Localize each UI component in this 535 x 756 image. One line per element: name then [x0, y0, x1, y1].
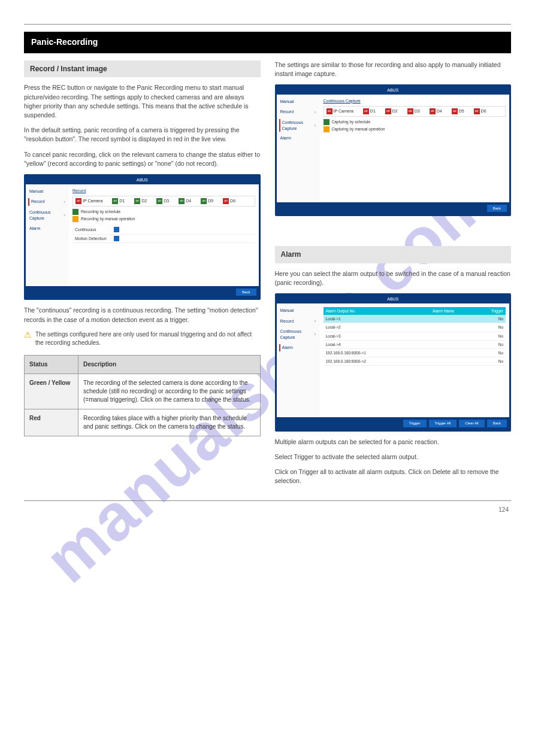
screenshot-titlebar: ABUS: [26, 176, 259, 184]
chevron-right-icon: ›: [64, 199, 65, 205]
legend: Recording by schedule Recording by manua…: [72, 209, 255, 222]
sidebar-item-record[interactable]: Record›: [279, 108, 318, 116]
back-button[interactable]: Back: [487, 205, 507, 212]
alarm-table-row[interactable]: 192.168.0.180:8000->2No: [324, 357, 506, 365]
camera-row: onIP Camera onD1 onD2 onD3 onD4 onD5 onD…: [72, 196, 255, 207]
alarm-table-row[interactable]: Local->1No: [324, 315, 506, 323]
warning-icon: ⚠: [24, 330, 32, 339]
sidebar-item-record[interactable]: Record›: [279, 317, 318, 325]
camera-d3[interactable]: onD3: [156, 198, 169, 204]
alarm-table-row[interactable]: Local->2No: [324, 323, 506, 332]
screenshot-alarm: ABUS Manual Record› Continuous Capture› …: [275, 293, 512, 431]
panel-title: Record: [72, 188, 255, 194]
alarm-table: Alarm Output No. Alarm Name Trigger Loca…: [324, 307, 506, 366]
th-output-no: Alarm Output No.: [324, 307, 416, 315]
chevron-right-icon: ›: [315, 331, 316, 338]
table-cell-desc: Recording takes place with a higher prio…: [78, 409, 261, 436]
camera-row: onIP Camera onD1 onD2 onD3 onD4 onD5 onD…: [324, 106, 506, 117]
back-button[interactable]: Back: [236, 289, 256, 296]
status-square-icon: on: [474, 108, 480, 114]
status-square-icon: on: [201, 198, 207, 204]
paragraph: Click on Trigger all to activate all ala…: [275, 467, 512, 485]
left-column: Record / Instant image Press the REC but…: [24, 60, 261, 486]
table-row: Green / Yellow The recording of the sele…: [25, 374, 261, 409]
sidebar-item-alarm[interactable]: Alarm: [279, 344, 318, 351]
sidebar-item-manual[interactable]: Manual: [279, 98, 318, 105]
screenshot-sidebar: Manual Record› Continuous Capture› Alarm: [277, 303, 320, 417]
screenshot-footer: Back: [277, 202, 510, 214]
checkbox-icon[interactable]: [114, 236, 119, 241]
sidebar-item-continuous-capture[interactable]: Continuous Capture›: [279, 119, 318, 132]
screenshot-sidebar: Manual Record› Continuous Capture› Alarm: [277, 95, 320, 202]
sidebar-item-manual[interactable]: Manual: [28, 188, 67, 195]
panel-title: Continuous Capture: [324, 98, 506, 104]
camera-d5[interactable]: onD5: [201, 198, 213, 204]
paragraph: Press the REC button or navigate to the …: [24, 83, 261, 120]
bottom-rule: [24, 500, 511, 501]
table-cell-label: Green / Yellow: [25, 374, 78, 409]
screenshot-titlebar: ABUS: [277, 86, 510, 95]
screenshot-titlebar: ABUS: [277, 295, 510, 303]
camera-d6[interactable]: onD6: [223, 198, 235, 204]
camera-d1[interactable]: onD1: [363, 108, 376, 114]
camera-d2[interactable]: onD2: [385, 108, 398, 114]
checkbox-icon[interactable]: [114, 227, 119, 232]
paragraph: In the default setting, panic recording …: [24, 126, 261, 144]
legend-square-icon: [72, 216, 78, 222]
camera-d6[interactable]: onD6: [474, 108, 486, 114]
table-header-description: Description: [78, 355, 261, 374]
camera-d1[interactable]: onD1: [112, 198, 125, 204]
warning-note: ⚠ The settings configured here are only …: [24, 330, 261, 348]
alarm-table-row[interactable]: Local->4No: [324, 340, 506, 348]
status-square-icon: on: [179, 198, 185, 204]
status-table: Status Description Green / Yellow The re…: [24, 355, 261, 436]
option-rows: Continuous Motion Detection: [72, 226, 255, 244]
camera-header[interactable]: onIP Camera: [327, 108, 353, 114]
status-square-icon: on: [407, 108, 413, 114]
status-square-icon: on: [223, 198, 229, 204]
alarm-table-row[interactable]: Local->3No: [324, 332, 506, 340]
screenshot-continuous-capture: ABUS Manual Record› Continuous Capture› …: [275, 84, 512, 216]
option-row-continuous[interactable]: Continuous: [72, 226, 255, 235]
chevron-right-icon: ›: [315, 109, 316, 116]
status-square-icon: on: [134, 198, 140, 204]
status-square-icon: on: [363, 108, 369, 114]
option-row-motion[interactable]: Motion Detection: [72, 235, 255, 244]
paragraph: Multiple alarm outputs can be selected f…: [275, 438, 512, 447]
legend-square-icon: [324, 126, 330, 132]
status-square-icon: on: [430, 108, 436, 114]
sidebar-item-continuous-capture[interactable]: Continuous Capture›: [279, 328, 318, 341]
camera-d3[interactable]: onD3: [407, 108, 420, 114]
page-number: 124: [24, 506, 511, 514]
status-square-icon: on: [385, 108, 391, 114]
camera-d2[interactable]: onD2: [134, 198, 147, 204]
trigger-button[interactable]: Trigger: [403, 420, 427, 427]
section-header: Panic-Recording: [24, 32, 511, 53]
status-square-icon: on: [452, 108, 458, 114]
sidebar-item-record[interactable]: Record›: [28, 198, 67, 206]
camera-header[interactable]: onIP Camera: [75, 198, 102, 204]
warning-text: The settings configured here are only us…: [35, 330, 261, 348]
legend-square-icon: [324, 119, 330, 125]
screenshot-footer: Trigger Trigger All Clear All Back: [277, 417, 510, 429]
camera-d4[interactable]: onD4: [179, 198, 191, 204]
table-header-status: Status: [25, 355, 78, 374]
sidebar-item-manual[interactable]: Manual: [279, 307, 318, 314]
alarm-table-row[interactable]: 192.168.0.180:8000->1No: [324, 348, 506, 357]
section-title-record: Record / Instant image: [24, 60, 261, 78]
trigger-all-button[interactable]: Trigger All: [429, 420, 457, 427]
paragraph: Here you can select the alarm output to …: [275, 269, 512, 287]
clear-all-button[interactable]: Clear All: [459, 420, 484, 427]
camera-d5[interactable]: onD5: [452, 108, 464, 114]
section-title-alarm: Alarm: [275, 246, 512, 263]
paragraph: To cancel panic recording, click on the …: [24, 150, 261, 168]
camera-d4[interactable]: onD4: [430, 108, 442, 114]
top-rule: [24, 24, 511, 25]
screenshot-main: Alarm Output No. Alarm Name Trigger Loca…: [320, 303, 510, 417]
sidebar-item-alarm[interactable]: Alarm: [279, 135, 318, 142]
sidebar-item-alarm[interactable]: Alarm: [28, 225, 67, 232]
screenshot-footer: Back: [26, 286, 259, 298]
back-button[interactable]: Back: [487, 420, 507, 427]
sidebar-item-continuous-capture[interactable]: Continuous Capture›: [28, 209, 67, 222]
status-square-icon: on: [156, 198, 162, 204]
